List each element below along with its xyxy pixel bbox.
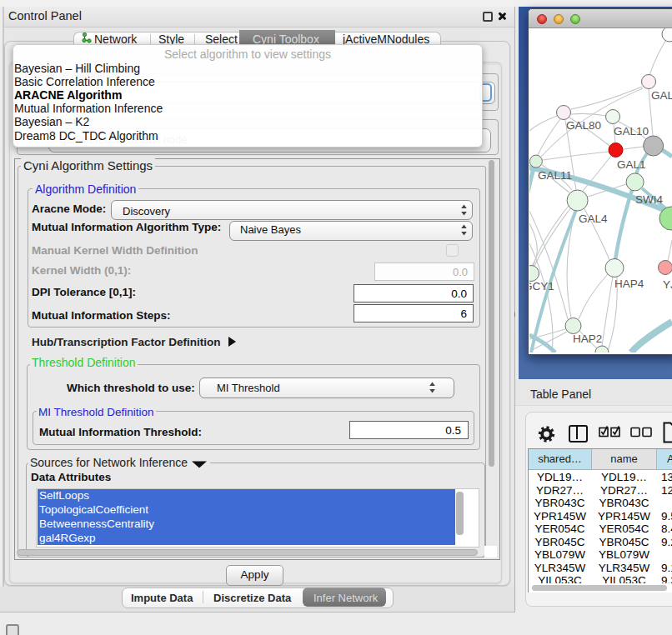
svg-text:GAL2: GAL2 <box>651 89 672 102</box>
svg-text:SWI4: SWI4 <box>635 193 663 206</box>
svg-text:GAL11: GAL11 <box>538 169 572 182</box>
svg-text:GAL10: GAL10 <box>614 125 649 138</box>
svg-text:YJ: YJ <box>663 278 672 291</box>
svg-text:GAL80: GAL80 <box>566 119 601 132</box>
svg-text:HAP4: HAP4 <box>614 278 644 290</box>
svg-text:GCY1: GCY1 <box>529 280 554 292</box>
svg-text:HAP2: HAP2 <box>573 332 602 345</box>
svg-text:GAL4: GAL4 <box>579 212 608 225</box>
svg-text:GAL1: GAL1 <box>617 158 646 171</box>
